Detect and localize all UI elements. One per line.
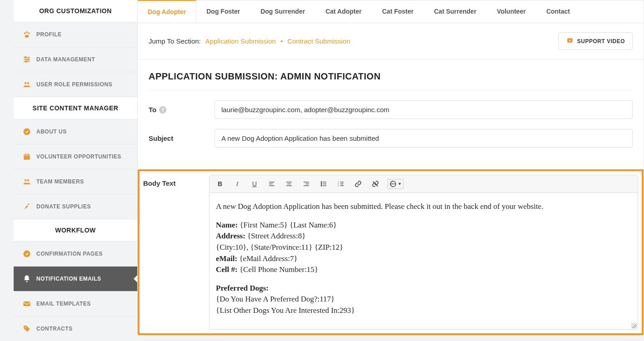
main-content: Dog Adopter Dog Foster Dog Surrender Cat… [137, 0, 644, 341]
align-left-button[interactable] [267, 179, 277, 189]
tab-cat-surrender[interactable]: Cat Surrender [424, 0, 487, 23]
svg-point-9 [25, 61, 27, 62]
editor-textarea[interactable]: A new Dog Adoption Application has been … [210, 193, 638, 329]
sidebar-item-email-templates[interactable]: EMAIL TEMPLATES [14, 292, 137, 316]
svg-point-12 [24, 128, 30, 135]
subject-input[interactable] [215, 129, 633, 148]
tabs: Dog Adopter Dog Foster Dog Surrender Cat… [138, 0, 644, 23]
align-right-button[interactable] [301, 179, 311, 189]
bold-button[interactable]: B [215, 179, 225, 189]
tab-volunteer[interactable]: Volunteer [487, 0, 536, 23]
tab-cat-foster[interactable]: Cat Foster [372, 0, 424, 23]
name-value: {First Name:5} {Last Name:6} [238, 221, 337, 229]
sidebar: ORG CUSTOMIZATION PROFILE DATA MANAGEMEN… [0, 0, 137, 341]
svg-point-19 [24, 251, 30, 257]
preferred-2: {List Other Dogs You Are Interested In:2… [216, 306, 355, 315]
subject-label: Subject [149, 134, 173, 142]
svg-point-8 [28, 59, 29, 60]
bell-icon [23, 275, 31, 283]
body-intro: A new Dog Adoption Application has been … [216, 201, 631, 213]
svg-point-2 [28, 32, 30, 34]
tab-cat-adopter[interactable]: Cat Adopter [315, 0, 372, 23]
to-input[interactable] [215, 100, 633, 119]
svg-point-7 [25, 57, 26, 58]
cell-value: {Cell Phone Number:15} [238, 265, 318, 274]
svg-rect-21 [24, 301, 30, 306]
users-icon [23, 178, 31, 186]
insert-button[interactable]: ▼ [388, 179, 404, 189]
help-icon[interactable]: ? [159, 106, 166, 114]
tab-dog-adopter[interactable]: Dog Adopter [138, 0, 196, 23]
svg-point-1 [26, 31, 28, 33]
jump-separator: • [280, 37, 283, 45]
address-label: Address: [216, 232, 245, 240]
link-button[interactable] [353, 179, 363, 189]
svg-point-22 [25, 327, 26, 328]
svg-point-35 [321, 185, 322, 186]
users-icon [23, 80, 31, 89]
svg-point-3 [25, 35, 29, 38]
align-center-button[interactable] [284, 179, 294, 189]
tab-dog-foster[interactable]: Dog Foster [196, 0, 250, 23]
editor-toolbar: B I U 123 ▼ [210, 175, 638, 193]
sidebar-item-label: EMAIL TEMPLATES [36, 301, 91, 307]
sidebar-item-profile[interactable]: PROFILE [14, 22, 137, 47]
sidebar-item-label: USER ROLE PERMISSIONS [36, 81, 112, 88]
svg-point-17 [25, 179, 27, 182]
sidebar-item-team[interactable]: TEAM MEMBERS [14, 169, 137, 194]
sidebar-section-content: SITE CONTENT MANAGER [14, 97, 137, 119]
jump-link-application[interactable]: Application Submission [205, 37, 276, 45]
svg-point-11 [27, 82, 30, 84]
preferred-1: {Do You Have A Preferred Dog?:117} [216, 295, 334, 303]
svg-point-10 [25, 82, 27, 84]
sidebar-item-label: CONFIRMATION PAGES [36, 251, 103, 257]
sidebar-item-label: VOLUNTEER OPPORTUNITIES [36, 153, 121, 160]
unlink-button[interactable] [370, 179, 380, 189]
sidebar-item-user-roles[interactable]: USER ROLE PERMISSIONS [14, 72, 137, 97]
check-circle-icon [23, 250, 31, 258]
sidebar-section-org: ORG CUSTOMIZATION [14, 0, 137, 22]
section-title: APPLICATION SUBMISSION: ADMIN NOTIFICATI… [149, 71, 633, 90]
jump-link-contract[interactable]: Contract Submission [287, 37, 350, 45]
sidebar-item-label: NOTIFICATION EMAILS [36, 276, 101, 282]
email-value: {eMail Address:7} [237, 254, 297, 263]
jump-label: Jump To Section: [149, 37, 201, 45]
underline-button[interactable]: U [250, 179, 260, 189]
sidebar-item-data-mgmt[interactable]: DATA MANAGEMENT [14, 47, 137, 72]
tab-dog-surrender[interactable]: Dog Surrender [250, 0, 315, 23]
check-circle-icon [23, 128, 31, 136]
tab-contact[interactable]: Contact [536, 0, 580, 23]
bullet-list-button[interactable] [319, 179, 329, 189]
to-label: To [149, 106, 156, 114]
sidebar-item-confirmation[interactable]: CONFIRMATION PAGES [14, 242, 137, 267]
sidebar-item-donate[interactable]: DONATE SUPPLIES [14, 194, 137, 219]
sidebar-item-volunteer[interactable]: VOLUNTEER OPPORTUNITIES [14, 144, 137, 169]
body-editor-highlight: Body Text B I U 123 [138, 169, 644, 335]
envelope-icon [23, 300, 31, 308]
carrot-icon [23, 203, 31, 211]
sidebar-item-label: DATA MANAGEMENT [36, 56, 95, 63]
sidebar-item-label: CONTRACTS [36, 326, 73, 332]
resize-handle[interactable] [631, 323, 637, 328]
svg-text:3: 3 [338, 184, 339, 187]
email-label: eMail: [216, 254, 237, 263]
sidebar-item-label: DONATE SUPPLIES [36, 203, 91, 210]
address-value: {Street Address:8} [245, 232, 305, 240]
sidebar-item-contracts[interactable]: CONTRACTS [14, 316, 137, 341]
cell-label: Cell #: [216, 265, 238, 274]
numbered-list-button[interactable]: 123 [336, 179, 346, 189]
italic-button[interactable]: I [232, 179, 242, 189]
sidebar-item-about[interactable]: ABOUT US [14, 119, 137, 144]
sliders-icon [23, 55, 31, 64]
sidebar-item-notification-emails[interactable]: NOTIFICATION EMAILS [14, 267, 137, 292]
tag-icon [23, 325, 31, 333]
body-label: Body Text [143, 175, 209, 330]
svg-point-18 [27, 179, 30, 182]
paw-icon [23, 30, 31, 39]
support-video-label: SUPPORT VIDEO [577, 38, 625, 44]
video-icon [566, 37, 574, 45]
rich-text-editor: B I U 123 ▼ A [209, 175, 638, 330]
support-video-button[interactable]: SUPPORT VIDEO [559, 32, 633, 50]
svg-point-33 [321, 182, 322, 183]
name-label: Name: [216, 221, 238, 229]
